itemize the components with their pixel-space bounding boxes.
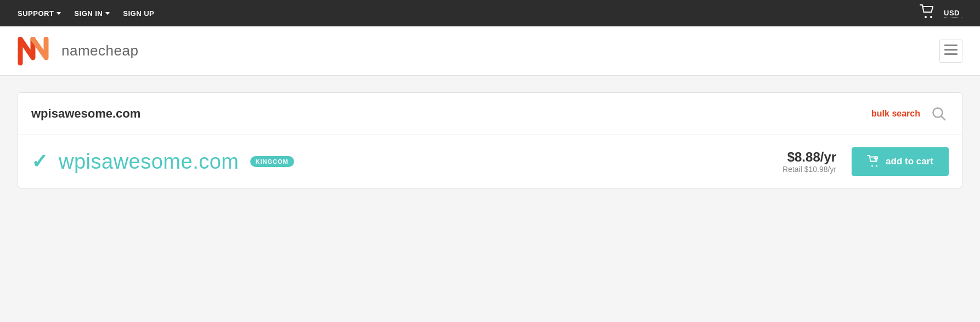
domain-result-card: ✓ wpisawesome.com KINGCOM $8.88/yr Retai… <box>18 135 962 188</box>
logo[interactable]: namecheap <box>18 37 138 65</box>
price-block: $8.88/yr Retail $10.98/yr <box>782 149 836 174</box>
site-header: namecheap <box>0 26 980 76</box>
currency-selector[interactable]: USD <box>944 9 962 18</box>
search-domain-value: wpisawesome.com <box>31 107 140 121</box>
search-icon <box>932 107 946 121</box>
search-button[interactable] <box>929 104 949 124</box>
signin-caret-icon <box>105 12 110 15</box>
support-label: SUPPORT <box>18 9 54 18</box>
top-nav-left: SUPPORT SIGN IN SIGN UP <box>18 9 154 18</box>
svg-rect-2 <box>944 45 958 46</box>
svg-point-7 <box>871 165 873 167</box>
result-right: $8.88/yr Retail $10.98/yr add to cart <box>782 147 949 176</box>
availability-checkmark-icon: ✓ <box>31 152 48 171</box>
signin-label: SIGN IN <box>74 9 103 18</box>
logo-text: namecheap <box>61 42 138 59</box>
add-to-cart-icon <box>867 155 880 168</box>
svg-point-8 <box>876 165 877 167</box>
result-left: ✓ wpisawesome.com KINGCOM <box>31 150 294 174</box>
price-retail: Retail $10.98/yr <box>782 165 836 174</box>
add-to-cart-label: add to cart <box>886 156 933 167</box>
svg-line-6 <box>942 116 945 120</box>
namecheap-logo-icon <box>18 37 55 65</box>
bulk-search-link[interactable]: bulk search <box>871 109 920 119</box>
svg-rect-3 <box>944 49 958 51</box>
search-card: wpisawesome.com bulk search <box>18 92 962 135</box>
add-to-cart-button[interactable]: add to cart <box>852 147 949 176</box>
signin-menu[interactable]: SIGN IN <box>74 9 110 18</box>
hamburger-menu-icon[interactable] <box>939 40 962 63</box>
svg-rect-4 <box>944 53 958 55</box>
price-main: $8.88/yr <box>782 149 836 165</box>
svg-point-1 <box>930 16 932 18</box>
top-navigation: SUPPORT SIGN IN SIGN UP USD <box>0 0 980 26</box>
top-nav-right: USD <box>920 4 962 22</box>
result-domain-name: wpisawesome.com <box>59 150 239 174</box>
support-menu[interactable]: SUPPORT <box>18 9 61 18</box>
currency-label: USD <box>944 9 960 17</box>
main-content: wpisawesome.com bulk search ✓ wpisawesom… <box>0 76 980 205</box>
cart-icon[interactable] <box>920 4 935 22</box>
kingcom-badge: KINGCOM <box>250 156 294 167</box>
support-caret-icon <box>57 12 61 15</box>
svg-point-0 <box>925 16 927 18</box>
signup-link[interactable]: SIGN UP <box>123 9 154 18</box>
search-actions: bulk search <box>871 104 949 124</box>
signup-label: SIGN UP <box>123 9 154 18</box>
